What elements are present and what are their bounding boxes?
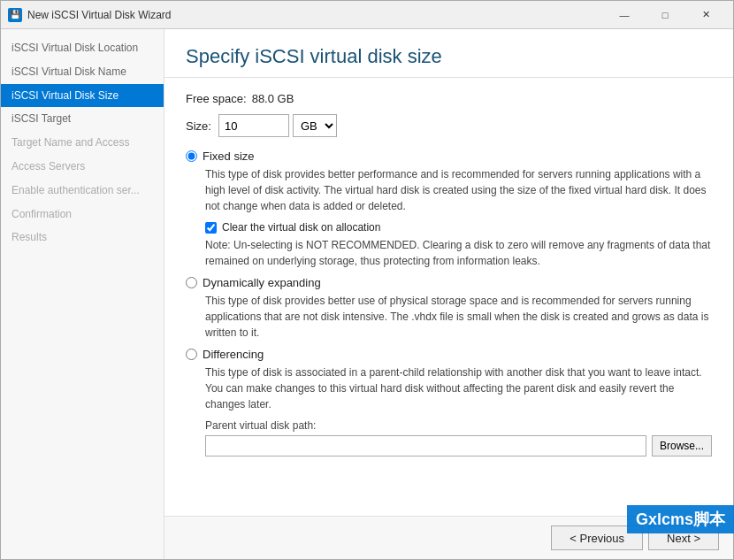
- sidebar-item-iscsi-virtual-disk-name[interactable]: iSCSI Virtual Disk Name: [1, 60, 164, 84]
- free-space-value: 88.0 GB: [252, 92, 294, 105]
- clear-disk-note: Note: Un-selecting is NOT RECOMMENDED. C…: [205, 237, 712, 269]
- clear-disk-label: Clear the virtual disk on allocation: [222, 221, 380, 234]
- free-space-label: Free space:: [186, 92, 247, 105]
- window-controls: — □ ✕: [604, 1, 726, 29]
- fixed-size-description: This type of disk provides better perfor…: [205, 166, 712, 214]
- maximize-button[interactable]: □: [645, 1, 685, 29]
- close-button[interactable]: ✕: [685, 1, 726, 29]
- differencing-radio[interactable]: [186, 349, 197, 360]
- sidebar-item-target-name-and-access: Target Name and Access: [1, 131, 164, 155]
- size-input[interactable]: [218, 114, 289, 137]
- page-title: Specify iSCSI virtual disk size: [186, 45, 712, 68]
- content-body: Free space: 88.0 GB Size: MB GB TB Fixed…: [164, 78, 733, 516]
- titlebar: 💾 New iSCSI Virtual Disk Wizard — □ ✕: [1, 1, 733, 29]
- fixed-size-radio[interactable]: [186, 150, 197, 162]
- radio-option-dynamically-expanding: Dynamically expanding This type of disk …: [186, 276, 712, 341]
- parent-disk-row: Browse...: [205, 435, 712, 456]
- radio-option-differencing: Differencing This type of disk is associ…: [186, 348, 712, 456]
- clear-disk-checkbox-row: Clear the virtual disk on allocation: [205, 221, 712, 234]
- browse-button[interactable]: Browse...: [652, 435, 712, 456]
- content-header: Specify iSCSI virtual disk size: [164, 29, 733, 78]
- sidebar-item-access-servers: Access Servers: [1, 155, 164, 179]
- differencing-label[interactable]: Differencing: [186, 348, 712, 361]
- parent-disk-section: Parent virtual disk path: Browse...: [205, 419, 712, 456]
- app-icon: 💾: [8, 8, 22, 22]
- window-title: New iSCSI Virtual Disk Wizard: [27, 9, 604, 21]
- fixed-size-text: Fixed size: [203, 150, 255, 163]
- sidebar: iSCSI Virtual Disk Location iSCSI Virtua…: [1, 29, 164, 559]
- size-row: Size: MB GB TB: [186, 114, 712, 137]
- sidebar-item-enable-authentication: Enable authentication ser...: [1, 179, 164, 203]
- main-wrapper: iSCSI Virtual Disk Location iSCSI Virtua…: [1, 29, 733, 559]
- radio-option-fixed-size: Fixed size This type of disk provides be…: [186, 150, 712, 269]
- parent-disk-input[interactable]: [205, 435, 646, 456]
- size-unit-select[interactable]: MB GB TB: [293, 114, 337, 137]
- sidebar-item-iscsi-virtual-disk-size[interactable]: iSCSI Virtual Disk Size: [1, 84, 164, 108]
- size-label: Size:: [186, 119, 211, 133]
- minimize-button[interactable]: —: [604, 1, 645, 29]
- sidebar-item-results: Results: [1, 226, 164, 249]
- next-button[interactable]: Next >: [648, 525, 719, 550]
- differencing-description: This type of disk is associated in a par…: [205, 364, 712, 412]
- sidebar-item-iscsi-virtual-disk-location[interactable]: iSCSI Virtual Disk Location: [1, 36, 164, 60]
- sidebar-item-confirmation: Confirmation: [1, 203, 164, 226]
- free-space-row: Free space: 88.0 GB: [186, 92, 712, 105]
- content-area: Specify iSCSI virtual disk size Free spa…: [164, 29, 733, 559]
- clear-disk-checkbox[interactable]: [205, 222, 217, 234]
- previous-button[interactable]: < Previous: [551, 525, 643, 550]
- dynamically-expanding-description: This type of disk provides better use of…: [205, 293, 712, 341]
- dynamically-expanding-text: Dynamically expanding: [203, 276, 321, 289]
- sidebar-item-iscsi-target[interactable]: iSCSI Target: [1, 107, 164, 131]
- dynamically-expanding-radio[interactable]: [186, 277, 197, 288]
- dynamically-expanding-label[interactable]: Dynamically expanding: [186, 276, 712, 289]
- parent-disk-label: Parent virtual disk path:: [205, 419, 712, 432]
- differencing-text: Differencing: [203, 348, 264, 361]
- fixed-size-label[interactable]: Fixed size: [186, 150, 712, 163]
- footer: < Previous Next >: [164, 516, 733, 559]
